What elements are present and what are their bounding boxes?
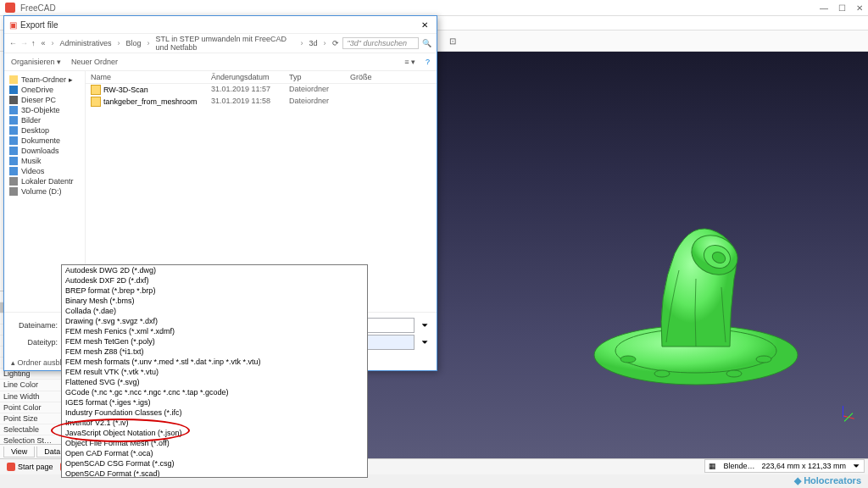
- doc-tab-start[interactable]: Start page: [7, 463, 53, 471]
- file-row[interactable]: tankgeber_from_meshroom31.01.2019 11:58D…: [86, 96, 437, 108]
- main-titlebar: FreeCAD — ☐ ✕: [0, 0, 868, 16]
- filetype-option[interactable]: FEM mesh TetGen (*.poly): [62, 336, 367, 347]
- filetype-option[interactable]: Binary Mesh (*.bms): [62, 296, 367, 306]
- up-icon[interactable]: ↑: [31, 39, 36, 47]
- search-icon[interactable]: 🔍: [422, 39, 431, 47]
- filetype-option[interactable]: Autodesk DXF 2D (*.dxf): [62, 275, 367, 286]
- minimize-button[interactable]: —: [820, 3, 828, 13]
- filetype-option[interactable]: BREP format (*.brep *.brp): [62, 286, 367, 296]
- dialog-title: Export file: [20, 20, 418, 30]
- filetype-option[interactable]: Open CAD Format (*.oca): [62, 448, 367, 458]
- nav-item[interactable]: Volume (D:): [4, 186, 85, 197]
- filename-label: Dateiname:: [11, 321, 58, 330]
- app-title: FreeCAD: [20, 3, 820, 13]
- breadcrumb[interactable]: ← → ↑ «› Administratives› Blog› STL in S…: [4, 34, 437, 53]
- close-button[interactable]: ✕: [856, 3, 863, 13]
- filetype-option[interactable]: OpenSCAD Format (*.scad): [62, 469, 367, 478]
- nav-item[interactable]: Musik: [4, 156, 85, 166]
- svg-point-3: [756, 356, 771, 363]
- status-bar: ▦Blende… 223,64 mm x 121,33 mm⏷: [704, 459, 865, 473]
- model-preview: [577, 194, 815, 397]
- filetype-option[interactable]: IGES format (*.iges *.igs): [62, 397, 367, 408]
- nav-item[interactable]: Lokaler Datentr: [4, 176, 85, 186]
- filetype-option[interactable]: Drawing (*.svg *.svgz *.dxf): [62, 316, 367, 326]
- nav-item[interactable]: Bilder: [4, 115, 85, 125]
- organise-button[interactable]: Organisieren ▾: [11, 58, 61, 66]
- watermark-logo: ◆ Holocreators: [794, 475, 861, 486]
- view-icon[interactable]: ≡ ▾: [404, 58, 415, 66]
- filetype-option[interactable]: Industry Foundation Classes (*.ifc): [62, 408, 367, 418]
- filetype-label: Dateityp:: [11, 338, 58, 347]
- help-icon[interactable]: ?: [426, 58, 430, 66]
- back-icon[interactable]: ←: [9, 39, 17, 47]
- filetype-option[interactable]: FEM mesh formats (*.unv *.med *.stl *.da…: [62, 357, 367, 367]
- filetype-option[interactable]: JavaScript Object Notation (*.json): [62, 428, 367, 438]
- maximize-button[interactable]: ☐: [838, 3, 846, 13]
- nav-item[interactable]: Team-Ordner ▸: [4, 75, 85, 85]
- forward-icon[interactable]: →: [20, 39, 28, 47]
- filetype-option[interactable]: Flattened SVG (*.svg): [62, 377, 367, 387]
- file-list-header[interactable]: Name Änderungsdatum Typ Größe: [86, 71, 437, 84]
- filetype-option[interactable]: FEM result VTK (*.vtk *.vtu): [62, 367, 367, 377]
- nav-item[interactable]: Dieser PC: [4, 95, 85, 105]
- filetype-dropdown[interactable]: Autodesk DWG 2D (*.dwg)Autodesk DXF 2D (…: [61, 264, 368, 478]
- toolbar-button[interactable]: ⊡: [444, 32, 461, 49]
- app-icon: [5, 3, 15, 13]
- app-window: FreeCAD — ☐ ✕ ▣ ▣ ⊙ ≡ ⇔ ↘ ⊗ │ ━ 🔒 ⟷ ↕ ↗ …: [0, 0, 868, 488]
- filetype-option[interactable]: FEM mesh Z88 (*i1.txt): [62, 347, 367, 357]
- nav-item[interactable]: Dokumente: [4, 136, 85, 146]
- filetype-option[interactable]: Autodesk DWG 2D (*.dwg): [62, 265, 367, 275]
- nav-item[interactable]: Downloads: [4, 146, 85, 156]
- axis-gizmo: [836, 399, 861, 424]
- svg-point-4: [654, 370, 670, 377]
- filetype-option[interactable]: Collada (*.dae): [62, 306, 367, 316]
- filetype-option[interactable]: Inventor V2.1 (*.iv): [62, 418, 367, 428]
- file-row[interactable]: RW-3D-Scan31.01.2019 11:57Dateiordner: [86, 84, 437, 96]
- new-folder-button[interactable]: Neuer Ordner: [71, 58, 118, 66]
- tab-view[interactable]: View: [3, 446, 35, 458]
- filetype-option[interactable]: Object File Format Mesh (*.off): [62, 438, 367, 448]
- dialog-close-button[interactable]: ✕: [418, 18, 431, 31]
- refresh-icon[interactable]: ⟳: [332, 39, 339, 47]
- filetype-option[interactable]: GCode (*.nc *.gc *.ncc *.ngc *.cnc *.tap…: [62, 387, 367, 397]
- svg-point-2: [620, 356, 636, 363]
- svg-point-5: [726, 370, 742, 377]
- dialog-icon: ▣: [9, 20, 17, 30]
- search-input[interactable]: "3d" durchsuchen: [342, 37, 419, 49]
- status-dimensions: 223,64 mm x 121,33 mm: [761, 462, 846, 470]
- nav-item[interactable]: Videos: [4, 166, 85, 176]
- nav-item[interactable]: 3D-Objekte: [4, 105, 85, 115]
- nav-item[interactable]: Desktop: [4, 125, 85, 136]
- nav-item[interactable]: OneDrive: [4, 85, 85, 95]
- filetype-option[interactable]: FEM mesh Fenics (*.xml *.xdmf): [62, 326, 367, 336]
- filetype-option[interactable]: OpenSCAD CSG Format (*.csg): [62, 458, 367, 469]
